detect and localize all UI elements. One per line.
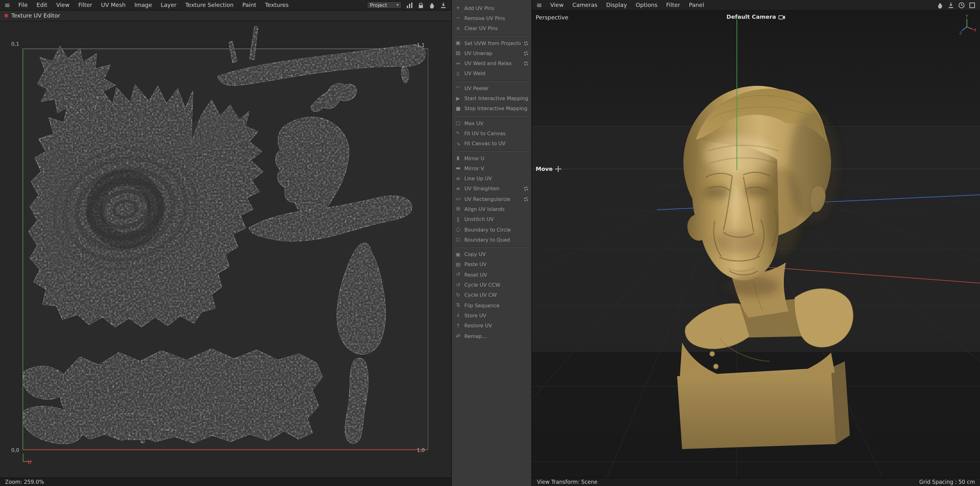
- menu-paint[interactable]: Paint: [238, 2, 261, 8]
- menu-item-store-uv[interactable]: ↓Store UV: [452, 311, 531, 321]
- menu-item-add-uv-pins[interactable]: +Add UV Pins: [452, 3, 531, 13]
- menu-item-clear-uv-pins[interactable]: ×Clear UV Pins: [452, 24, 531, 34]
- camera-selector[interactable]: Default Camera: [727, 14, 785, 20]
- menu-item-fit-canvas-to-uv[interactable]: ↘Fit Canvas to UV: [452, 139, 531, 149]
- menu-item-align-uv-islands[interactable]: ⊞Align UV Islands: [452, 204, 531, 215]
- download-icon[interactable]: [947, 1, 955, 9]
- pan-hand-icon[interactable]: [936, 1, 944, 9]
- menu-item-stop-interactive-mapping[interactable]: ■Stop Interactive Mapping: [452, 104, 531, 114]
- gear-icon[interactable]: [524, 51, 528, 56]
- menu-item-label: Boundary to Quad: [465, 237, 510, 243]
- uv-menu-list: +Add UV Pins−Remove UV Pins×Clear UV Pin…: [452, 0, 531, 341]
- menu-filter[interactable]: Filter: [662, 2, 685, 8]
- menu-item-fit-uv-to-canvas[interactable]: ↖Fit UV to Canvas: [452, 129, 531, 139]
- menu-item-mirror-v[interactable]: ▬Mirror V: [452, 163, 531, 174]
- camera-label: Default Camera: [727, 14, 776, 20]
- menu-item-paste-uv[interactable]: ▤Paste UV: [452, 260, 531, 270]
- fit-canvas-to-uv-icon: ↘: [455, 141, 461, 146]
- application-window: ≡ FileEditViewFilterUV MeshImageLayerTex…: [0, 0, 980, 486]
- menu-item-uv-weld[interactable]: ▯UV Weld: [452, 69, 531, 79]
- menu-view[interactable]: View: [52, 2, 74, 8]
- gear-icon[interactable]: [524, 61, 528, 66]
- menu-item-uv-unwrap[interactable]: ▨UV Unwrap: [452, 48, 531, 59]
- menu-cameras[interactable]: Cameras: [568, 2, 602, 8]
- pan-hand-icon[interactable]: [428, 1, 436, 9]
- menu-panel[interactable]: Panel: [685, 2, 709, 8]
- move-tool-indicator: Move: [536, 166, 562, 172]
- menu-item-unstitch-uv[interactable]: ∥Unstitch UV: [452, 214, 531, 225]
- menu-item-start-interactive-mapping[interactable]: ▶Start Interactive Mapping: [452, 94, 531, 104]
- gear-icon[interactable]: [524, 187, 528, 191]
- copy-uv-icon: ▣: [455, 252, 461, 257]
- uv-canvas[interactable]: 0,1 1,1 0,0 1,0 U: [0, 21, 451, 477]
- menu-item-uv-weld-and-relax[interactable]: ↭UV Weld and Relax: [452, 59, 531, 69]
- menu-texture-selection[interactable]: Texture Selection: [181, 2, 238, 8]
- orientation-gizmo[interactable]: Y X Z: [958, 14, 977, 35]
- uv-weld-and-relax-icon: ↭: [455, 61, 461, 66]
- start-interactive-mapping-icon: ▶: [455, 96, 461, 101]
- left-menubar: ≡ FileEditViewFilterUV MeshImageLayerTex…: [0, 0, 451, 11]
- menu-separator: [454, 151, 530, 152]
- menu-separator: [454, 80, 530, 82]
- histogram-icon[interactable]: [406, 1, 413, 9]
- menu-filter[interactable]: Filter: [74, 2, 97, 8]
- menu-item-uv-straighten[interactable]: ≡UV Straighten: [452, 184, 531, 194]
- menu-item-label: Cycle UV CCW: [465, 282, 500, 288]
- menu-textures[interactable]: Textures: [261, 2, 293, 8]
- import-download-icon[interactable]: [439, 1, 447, 9]
- uv-unwrap-icon: ▨: [455, 51, 461, 56]
- uv-rectangularize-icon: ▭: [455, 196, 461, 202]
- zoom-status: Zoom: 259.0%: [5, 479, 44, 485]
- hamburger-menu-icon[interactable]: ≡: [532, 2, 546, 8]
- menu-item-line-up-uv[interactable]: ≡Line Up UV: [452, 174, 531, 184]
- project-dropdown[interactable]: Project ▾: [367, 1, 402, 9]
- menu-options[interactable]: Options: [632, 2, 662, 8]
- menu-item-uv-rectangularize[interactable]: ▭UV Rectangularize: [452, 194, 531, 204]
- menu-item-remove-uv-pins[interactable]: −Remove UV Pins: [452, 13, 531, 24]
- viewport-3d[interactable]: Perspective Default Camera Move: [532, 11, 980, 477]
- gear-icon[interactable]: [524, 197, 528, 201]
- menu-display[interactable]: Display: [602, 2, 631, 8]
- menu-file[interactable]: File: [14, 2, 32, 8]
- viewport-statusbar: View Transform: Scene Grid Spacing : 50 …: [532, 477, 980, 486]
- menu-edit[interactable]: Edit: [32, 2, 52, 8]
- menu-item-label: Flip Sequence: [465, 303, 500, 308]
- uv-corner-1-0: 1,0: [417, 448, 425, 453]
- menu-item-label: Copy UV: [465, 252, 485, 257]
- view-transform-status: View Transform: Scene: [537, 479, 597, 485]
- maximize-square-icon[interactable]: [968, 1, 975, 9]
- menu-item-mirror-u[interactable]: ▮Mirror U: [452, 153, 531, 164]
- gear-icon[interactable]: [524, 41, 528, 45]
- move-tool-label: Move: [536, 166, 552, 172]
- uv-editor-panel: ≡ FileEditViewFilterUV MeshImageLayerTex…: [0, 0, 451, 486]
- menu-item-cycle-uv-ccw[interactable]: ↺Cycle UV CCW: [452, 280, 531, 290]
- menu-item-label: Line Up UV: [465, 176, 492, 182]
- menu-item-label: Reset UV: [465, 272, 487, 278]
- menu-item-copy-uv[interactable]: ▣Copy UV: [452, 249, 531, 260]
- history-clock-icon[interactable]: [958, 1, 965, 9]
- menu-item-max-uv[interactable]: □Max UV: [452, 118, 531, 129]
- uv-peeler-icon: ◠: [455, 86, 461, 91]
- menu-view[interactable]: View: [546, 2, 568, 8]
- menu-item-flip-sequence[interactable]: ⇅Flip Sequence: [452, 300, 531, 311]
- menu-uv-mesh[interactable]: UV Mesh: [97, 2, 130, 8]
- menu-item-reset-uv[interactable]: ↺Reset UV: [452, 270, 531, 280]
- menu-item-remap[interactable]: ⇄Remap...: [452, 331, 531, 341]
- menu-item-label: Fit UV to Canvas: [465, 131, 505, 137]
- menu-item-uv-peeler[interactable]: ◠UV Peeler: [452, 83, 531, 94]
- project-dropdown-label: Project: [370, 2, 387, 8]
- remap-icon: ⇄: [455, 334, 461, 339]
- uv-statusbar: Zoom: 259.0%: [0, 477, 451, 486]
- menu-separator: [454, 35, 530, 37]
- menu-item-set-uvw-from-projection[interactable]: ▣Set UVW from Projection: [452, 38, 531, 48]
- hamburger-menu-icon[interactable]: ≡: [0, 2, 14, 8]
- menu-item-restore-uv[interactable]: ↑Restore UV: [452, 321, 531, 331]
- menu-item-boundary-to-quad[interactable]: ◻Boundary to Quad: [452, 235, 531, 245]
- menu-item-boundary-to-circle[interactable]: ○Boundary to Circle: [452, 225, 531, 235]
- lock-icon[interactable]: [417, 1, 424, 9]
- menu-layer[interactable]: Layer: [156, 2, 181, 8]
- chevron-down-icon: ▾: [396, 3, 399, 8]
- menu-item-cycle-uv-cw[interactable]: ↻Cycle UV CW: [452, 290, 531, 300]
- menu-item-label: Add UV Pins: [465, 5, 495, 11]
- menu-image[interactable]: Image: [130, 2, 156, 8]
